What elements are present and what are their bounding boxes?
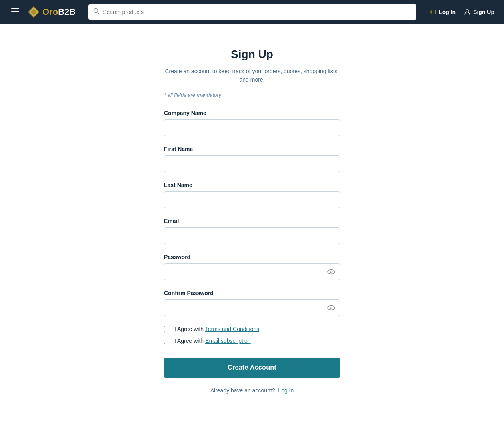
logo-text: OroB2B [42, 7, 76, 17]
last-name-label: Last Name [164, 182, 340, 188]
email-label: Email [164, 218, 340, 224]
password-wrapper [164, 263, 340, 280]
svg-rect-0 [11, 8, 19, 9]
logo-link[interactable]: OroB2B [27, 6, 76, 18]
navbar-actions: Log In Sign Up [429, 8, 494, 16]
email-subscription-checkbox[interactable] [164, 338, 170, 344]
login-link[interactable]: Log In [278, 387, 294, 394]
navbar: OroB2B Log In Sign Up [0, 0, 504, 24]
page-title: Sign Up [231, 48, 273, 61]
company-name-input[interactable] [164, 119, 340, 136]
password-label: Password [164, 254, 340, 260]
svg-line-6 [98, 12, 100, 14]
signup-nav-button[interactable]: Sign Up [464, 8, 494, 16]
signup-form-container: Sign Up Create an account to keep track … [164, 48, 340, 394]
svg-point-11 [330, 307, 332, 309]
svg-point-9 [330, 271, 332, 273]
svg-point-7 [466, 10, 468, 12]
signup-nav-icon [464, 8, 471, 16]
password-input[interactable] [164, 263, 340, 280]
confirm-password-wrapper [164, 299, 340, 316]
login-nav-button[interactable]: Log In [429, 8, 456, 16]
svg-rect-2 [11, 14, 19, 14]
confirm-password-label: Confirm Password [164, 290, 340, 296]
hamburger-menu-icon[interactable] [10, 6, 21, 18]
company-name-label: Company Name [164, 110, 340, 116]
terms-link[interactable]: Terms and Conditions [205, 326, 259, 332]
svg-point-8 [328, 270, 335, 274]
login-prompt: Already have an account? Log In [164, 387, 340, 394]
last-name-input[interactable] [164, 191, 340, 208]
terms-checkbox[interactable] [164, 326, 170, 332]
logo-diamond-icon [27, 6, 40, 18]
search-icon [93, 8, 100, 16]
search-bar [88, 4, 416, 20]
main-content: Sign Up Create an account to keep track … [0, 24, 504, 446]
email-input[interactable] [164, 227, 340, 244]
last-name-group: Last Name [164, 182, 340, 208]
svg-rect-1 [11, 11, 19, 12]
terms-label: I Agree with Terms and Conditions [174, 326, 259, 332]
email-subscription-label: I Agree with Email subscription [174, 338, 251, 344]
page-subtitle: Create an account to keep track of your … [164, 67, 340, 84]
first-name-input[interactable] [164, 155, 340, 172]
mandatory-note: * all fields are mandatory [164, 92, 340, 98]
confirm-password-group: Confirm Password [164, 290, 340, 316]
eye-icon [327, 268, 335, 276]
email-subscription-link[interactable]: Email subscription [205, 338, 251, 344]
first-name-group: First Name [164, 146, 340, 172]
signup-form: Company Name First Name Last Name Email … [164, 110, 340, 394]
eye-icon-confirm [327, 304, 335, 312]
email-subscription-checkbox-group: I Agree with Email subscription [164, 338, 340, 344]
svg-point-10 [328, 306, 335, 310]
first-name-label: First Name [164, 146, 340, 152]
confirm-password-input[interactable] [164, 299, 340, 316]
password-group: Password [164, 254, 340, 280]
terms-checkbox-group: I Agree with Terms and Conditions [164, 326, 340, 332]
password-toggle-button[interactable] [327, 268, 335, 276]
create-account-button[interactable]: Create Account [164, 358, 340, 378]
search-input[interactable] [103, 9, 412, 15]
confirm-password-toggle-button[interactable] [327, 304, 335, 312]
company-name-group: Company Name [164, 110, 340, 136]
login-nav-icon [429, 8, 436, 16]
email-group: Email [164, 218, 340, 244]
